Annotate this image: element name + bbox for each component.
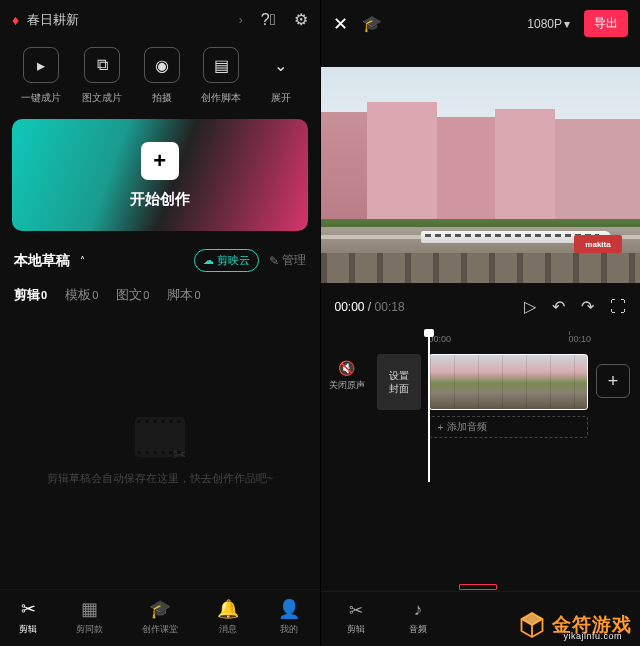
nav-same[interactable]: ▦剪同款 — [76, 598, 103, 636]
tool-audio[interactable]: ♪音频 — [387, 600, 449, 636]
cube-icon — [517, 610, 547, 640]
speaker-icon: 🔇 — [338, 360, 355, 376]
action-autocut[interactable]: ▸一键成片 — [21, 47, 61, 105]
tool-more[interactable] — [449, 600, 511, 636]
nav-me[interactable]: 👤我的 — [278, 598, 300, 636]
nav-clip[interactable]: ✂剪辑 — [19, 598, 37, 636]
tab-script[interactable]: 脚本0 — [167, 286, 200, 304]
drafts-title[interactable]: 本地草稿 — [14, 252, 70, 270]
close-icon[interactable]: ✕ — [333, 13, 348, 35]
mute-button[interactable]: 🔇关闭原声 — [327, 360, 367, 392]
empty-message: 剪辑草稿会自动保存在这里，快去创作作品吧~ — [47, 471, 273, 486]
export-button[interactable]: 导出 — [584, 10, 628, 37]
pencil-icon: ✎ — [269, 254, 279, 268]
template-icon: ▦ — [81, 598, 98, 620]
start-create-card[interactable]: + 开始创作 — [12, 119, 308, 231]
billboard: makita — [574, 235, 622, 253]
home-pane: ♦ 春日耕新 › ?⃝ ⚙ ▸一键成片 ⧉图文成片 ◉拍摄 ▤创作脚本 ⌄展开 … — [0, 0, 321, 646]
action-expand[interactable]: ⌄展开 — [263, 47, 299, 105]
drafts-header: 本地草稿 ˄ ☁剪映云 ✎管理 — [0, 231, 320, 280]
graduation-icon: 🎓 — [149, 598, 171, 620]
video-preview[interactable]: makita — [321, 67, 641, 283]
scissors-icon: ✂ — [21, 598, 36, 620]
tab-text[interactable]: 图文0 — [116, 286, 149, 304]
play-rect-icon: ▸ — [37, 56, 45, 75]
fullscreen-icon[interactable]: ⛶ — [610, 298, 626, 316]
plus-icon: + — [141, 142, 179, 180]
tab-clip[interactable]: 剪辑0 — [14, 286, 47, 304]
watermark: 金符游戏 yikajinfu.com — [517, 610, 632, 640]
nav-lesson[interactable]: 🎓创作课堂 — [142, 598, 178, 636]
quick-actions: ▸一键成片 ⧉图文成片 ◉拍摄 ▤创作脚本 ⌄展开 — [0, 39, 320, 119]
video-clip[interactable] — [429, 354, 589, 410]
nav-message[interactable]: 🔔消息 — [217, 598, 239, 636]
add-clip-button[interactable]: + — [596, 364, 630, 398]
play-icon[interactable]: ▷ — [524, 297, 536, 316]
timeline-ruler[interactable]: 00:00 00:10 — [321, 330, 641, 352]
timeline-track[interactable]: 🔇关闭原声 设置封面 + +添加音频 — [321, 352, 641, 432]
undo-icon[interactable]: ↶ — [552, 297, 565, 316]
manage-button[interactable]: ✎管理 — [269, 252, 306, 269]
bottom-nav: ✂剪辑 ▦剪同款 🎓创作课堂 🔔消息 👤我的 — [0, 589, 320, 646]
topic-text[interactable]: 春日耕新 — [27, 11, 231, 29]
cloud-button[interactable]: ☁剪映云 — [194, 249, 259, 272]
editor-topbar: ✕ 🎓 1080P ▾ 导出 — [321, 0, 641, 47]
scissors-icon: ✂ — [173, 445, 191, 463]
editor-pane: ✕ 🎓 1080P ▾ 导出 makita 00:00 / 00:18 ▷ ↶ … — [321, 0, 641, 646]
help-icon[interactable]: ?⃝ — [261, 11, 276, 29]
doc-icon: ▤ — [214, 56, 229, 75]
playback-bar: 00:00 / 00:18 ▷ ↶ ↷ ⛶ — [321, 283, 641, 330]
redo-icon[interactable]: ↷ — [581, 297, 594, 316]
cover-button[interactable]: 设置封面 — [377, 354, 421, 410]
chevron-right-icon[interactable]: › — [239, 13, 243, 27]
settings-icon[interactable]: ⚙ — [294, 10, 308, 29]
bell-icon: 🔔 — [217, 598, 239, 620]
ruler-tick: 00:10 — [569, 334, 592, 344]
music-icon: ♪ — [414, 600, 423, 620]
caret-up-icon[interactable]: ˄ — [80, 255, 85, 266]
person-icon: 👤 — [278, 598, 300, 620]
camera-icon: ◉ — [155, 56, 169, 75]
chevron-down-icon: ▾ — [564, 17, 570, 31]
start-create-label: 开始创作 — [130, 190, 190, 209]
time-display: 00:00 / 00:18 — [335, 300, 405, 314]
scissors-icon: ✂ — [349, 600, 363, 620]
chevron-down-icon: ⌄ — [274, 56, 287, 75]
stack-icon: ⧉ — [97, 56, 108, 74]
watermark-url: yikajinfu.com — [563, 631, 622, 641]
action-shoot[interactable]: ◉拍摄 — [144, 47, 180, 105]
tab-template[interactable]: 模板0 — [65, 286, 98, 304]
topbar: ♦ 春日耕新 › ?⃝ ⚙ — [0, 0, 320, 39]
selection-indicator — [459, 584, 497, 590]
playhead[interactable] — [428, 332, 430, 482]
flame-icon: ♦ — [12, 12, 19, 28]
plus-icon: + — [438, 422, 444, 433]
tool-clip[interactable]: ✂剪辑 — [325, 600, 387, 636]
resolution-button[interactable]: 1080P ▾ — [527, 17, 570, 31]
graduation-icon[interactable]: 🎓 — [362, 14, 382, 33]
action-text2video[interactable]: ⧉图文成片 — [82, 47, 122, 105]
film-icon: ✂ — [135, 417, 185, 457]
action-script[interactable]: ▤创作脚本 — [201, 47, 241, 105]
empty-state: ✂ 剪辑草稿会自动保存在这里，快去创作作品吧~ — [0, 314, 320, 589]
draft-tabs: 剪辑0 模板0 图文0 脚本0 — [0, 280, 320, 314]
add-audio-track[interactable]: +添加音频 — [429, 416, 589, 438]
cloud-icon: ☁ — [203, 254, 214, 267]
